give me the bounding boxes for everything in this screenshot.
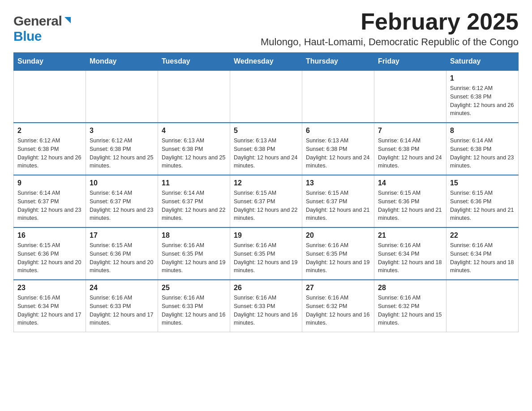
day-number: 14: [378, 179, 442, 187]
day-info: Sunrise: 6:14 AMSunset: 6:38 PMDaylight:…: [378, 137, 442, 170]
table-row: 25Sunrise: 6:16 AMSunset: 6:33 PMDayligh…: [158, 280, 230, 332]
table-row: 1Sunrise: 6:12 AMSunset: 6:38 PMDaylight…: [446, 70, 519, 123]
day-info: Sunrise: 6:15 AMSunset: 6:37 PMDaylight:…: [234, 189, 298, 223]
logo-general-text: General: [13, 13, 62, 29]
day-info: Sunrise: 6:12 AMSunset: 6:38 PMDaylight:…: [450, 84, 515, 118]
table-row: [230, 70, 302, 123]
day-number: 7: [378, 127, 442, 135]
table-row: [446, 280, 519, 332]
day-info: Sunrise: 6:16 AMSunset: 6:33 PMDaylight:…: [234, 294, 298, 327]
table-row: 4Sunrise: 6:13 AMSunset: 6:38 PMDaylight…: [158, 123, 230, 175]
day-number: 5: [234, 127, 298, 135]
day-info: Sunrise: 6:16 AMSunset: 6:35 PMDaylight:…: [306, 241, 370, 275]
table-row: 21Sunrise: 6:16 AMSunset: 6:34 PMDayligh…: [374, 227, 446, 280]
day-number: 10: [90, 179, 154, 187]
table-row: 17Sunrise: 6:15 AMSunset: 6:36 PMDayligh…: [86, 227, 158, 280]
day-number: 22: [450, 231, 515, 240]
day-number: 11: [162, 179, 226, 187]
day-number: 6: [306, 127, 370, 135]
day-number: 28: [378, 284, 442, 292]
day-info: Sunrise: 6:14 AMSunset: 6:37 PMDaylight:…: [90, 189, 154, 223]
day-info: Sunrise: 6:15 AMSunset: 6:36 PMDaylight:…: [90, 241, 154, 275]
day-number: 9: [17, 179, 82, 187]
month-title: February 2025: [261, 9, 519, 34]
day-number: 21: [378, 231, 442, 240]
calendar-row: 16Sunrise: 6:15 AMSunset: 6:36 PMDayligh…: [14, 227, 519, 280]
day-info: Sunrise: 6:12 AMSunset: 6:38 PMDaylight:…: [90, 137, 154, 170]
day-number: 12: [234, 179, 298, 187]
day-info: Sunrise: 6:14 AMSunset: 6:37 PMDaylight:…: [17, 189, 82, 223]
logo-blue-text: Blue: [13, 29, 42, 43]
day-number: 16: [17, 231, 82, 240]
day-info: Sunrise: 6:16 AMSunset: 6:34 PMDaylight:…: [378, 241, 442, 275]
day-info: Sunrise: 6:16 AMSunset: 6:34 PMDaylight:…: [450, 241, 515, 275]
day-info: Sunrise: 6:15 AMSunset: 6:36 PMDaylight:…: [450, 189, 515, 223]
col-sunday: Sunday: [14, 53, 86, 71]
table-row: 15Sunrise: 6:15 AMSunset: 6:36 PMDayligh…: [446, 175, 519, 227]
calendar-row: 23Sunrise: 6:16 AMSunset: 6:34 PMDayligh…: [14, 280, 519, 332]
page-header: General Blue February 2025 Mulongo, Haut…: [13, 9, 519, 48]
day-info: Sunrise: 6:16 AMSunset: 6:35 PMDaylight:…: [234, 241, 298, 275]
table-row: 16Sunrise: 6:15 AMSunset: 6:36 PMDayligh…: [14, 227, 86, 280]
day-info: Sunrise: 6:16 AMSunset: 6:33 PMDaylight:…: [90, 294, 154, 327]
table-row: 10Sunrise: 6:14 AMSunset: 6:37 PMDayligh…: [86, 175, 158, 227]
table-row: [302, 70, 374, 123]
day-info: Sunrise: 6:16 AMSunset: 6:32 PMDaylight:…: [378, 294, 442, 327]
location-subtitle: Mulongo, Haut-Lomami, Democratic Republi…: [261, 36, 519, 48]
day-info: Sunrise: 6:15 AMSunset: 6:36 PMDaylight:…: [378, 189, 442, 223]
table-row: 5Sunrise: 6:13 AMSunset: 6:38 PMDaylight…: [230, 123, 302, 175]
day-number: 27: [306, 284, 370, 292]
day-number: 23: [17, 284, 82, 292]
calendar-table: Sunday Monday Tuesday Wednesday Thursday…: [13, 52, 519, 332]
day-number: 19: [234, 231, 298, 240]
day-number: 24: [90, 284, 154, 292]
table-row: 23Sunrise: 6:16 AMSunset: 6:34 PMDayligh…: [14, 280, 86, 332]
day-number: 20: [306, 231, 370, 240]
table-row: 18Sunrise: 6:16 AMSunset: 6:35 PMDayligh…: [158, 227, 230, 280]
calendar-row: 9Sunrise: 6:14 AMSunset: 6:37 PMDaylight…: [14, 175, 519, 227]
day-number: 18: [162, 231, 226, 240]
day-number: 4: [162, 127, 226, 135]
table-row: 28Sunrise: 6:16 AMSunset: 6:32 PMDayligh…: [374, 280, 446, 332]
table-row: 14Sunrise: 6:15 AMSunset: 6:36 PMDayligh…: [374, 175, 446, 227]
table-row: 26Sunrise: 6:16 AMSunset: 6:33 PMDayligh…: [230, 280, 302, 332]
calendar-header-row: Sunday Monday Tuesday Wednesday Thursday…: [14, 53, 519, 71]
table-row: [374, 70, 446, 123]
day-info: Sunrise: 6:16 AMSunset: 6:33 PMDaylight:…: [162, 294, 226, 327]
day-number: 8: [450, 127, 515, 135]
calendar-row: 2Sunrise: 6:12 AMSunset: 6:38 PMDaylight…: [14, 123, 519, 175]
day-number: 17: [90, 231, 154, 240]
day-info: Sunrise: 6:15 AMSunset: 6:36 PMDaylight:…: [17, 241, 82, 275]
table-row: [14, 70, 86, 123]
table-row: 11Sunrise: 6:14 AMSunset: 6:37 PMDayligh…: [158, 175, 230, 227]
day-number: 25: [162, 284, 226, 292]
col-thursday: Thursday: [302, 53, 374, 71]
table-row: 3Sunrise: 6:12 AMSunset: 6:38 PMDaylight…: [86, 123, 158, 175]
table-row: 8Sunrise: 6:14 AMSunset: 6:38 PMDaylight…: [446, 123, 519, 175]
col-saturday: Saturday: [446, 53, 519, 71]
table-row: [158, 70, 230, 123]
day-number: 26: [234, 284, 298, 292]
logo-arrow-icon: [63, 15, 73, 27]
day-number: 15: [450, 179, 515, 187]
day-info: Sunrise: 6:16 AMSunset: 6:32 PMDaylight:…: [306, 294, 370, 327]
table-row: 24Sunrise: 6:16 AMSunset: 6:33 PMDayligh…: [86, 280, 158, 332]
table-row: 9Sunrise: 6:14 AMSunset: 6:37 PMDaylight…: [14, 175, 86, 227]
day-info: Sunrise: 6:14 AMSunset: 6:37 PMDaylight:…: [162, 189, 226, 223]
table-row: [86, 70, 158, 123]
col-friday: Friday: [374, 53, 446, 71]
day-info: Sunrise: 6:13 AMSunset: 6:38 PMDaylight:…: [234, 137, 298, 170]
day-info: Sunrise: 6:13 AMSunset: 6:38 PMDaylight:…: [306, 137, 370, 170]
col-monday: Monday: [86, 53, 158, 71]
table-row: 13Sunrise: 6:15 AMSunset: 6:37 PMDayligh…: [302, 175, 374, 227]
table-row: 12Sunrise: 6:15 AMSunset: 6:37 PMDayligh…: [230, 175, 302, 227]
title-section: February 2025 Mulongo, Haut-Lomami, Demo…: [261, 9, 519, 48]
day-info: Sunrise: 6:16 AMSunset: 6:35 PMDaylight:…: [162, 241, 226, 275]
logo: General Blue: [13, 13, 73, 44]
col-tuesday: Tuesday: [158, 53, 230, 71]
day-info: Sunrise: 6:16 AMSunset: 6:34 PMDaylight:…: [17, 294, 82, 327]
day-number: 13: [306, 179, 370, 187]
table-row: 6Sunrise: 6:13 AMSunset: 6:38 PMDaylight…: [302, 123, 374, 175]
col-wednesday: Wednesday: [230, 53, 302, 71]
calendar-row: 1Sunrise: 6:12 AMSunset: 6:38 PMDaylight…: [14, 70, 519, 123]
